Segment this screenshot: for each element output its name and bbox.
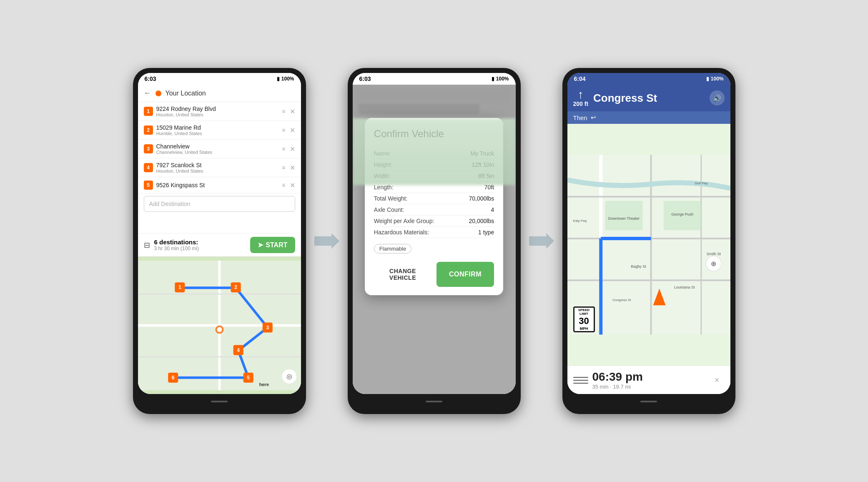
- field-value-hazmat: 1 type: [478, 229, 494, 236]
- svg-marker-23: [529, 233, 554, 249]
- filter-icon[interactable]: ⊟: [144, 241, 150, 250]
- svg-text:1: 1: [178, 284, 181, 290]
- route-sub-1: Houston, United States: [156, 112, 279, 117]
- menu-line-1: [573, 377, 588, 378]
- status-bar-3: 6:04 ▮ 100%: [567, 73, 730, 85]
- svg-text:◎: ◎: [286, 372, 292, 380]
- nav-street-name: Congress St: [593, 92, 704, 105]
- remove-icon-2[interactable]: ✕: [290, 126, 295, 134]
- drag-handle-icon-5[interactable]: ≡: [282, 182, 285, 188]
- phone-2: 6:03 ▮ 100% Confirm Vehicle: [348, 68, 521, 414]
- svg-text:here: here: [259, 382, 268, 387]
- menu-button[interactable]: [573, 373, 588, 388]
- your-location-label: Your Location: [166, 90, 206, 97]
- status-icons-1: ▮ 100%: [277, 76, 294, 82]
- screens-container: 6:03 ▮ 100% ← Your Location 1 9224 Rodne…: [133, 68, 735, 414]
- close-navigation-button[interactable]: ×: [710, 373, 725, 388]
- eta-time-value: 06:39 pm: [592, 370, 705, 384]
- remove-icon-5[interactable]: ✕: [290, 181, 295, 189]
- svg-marker-22: [314, 233, 339, 249]
- nav-distance: ↑ 200 ft: [573, 89, 589, 107]
- list-item: 4 7927 Scanlock St Houston, United State…: [138, 158, 301, 177]
- svg-text:4: 4: [237, 347, 240, 353]
- svg-text:Downtown Theater: Downtown Theater: [608, 216, 640, 221]
- route-number-2: 2: [144, 126, 153, 135]
- speed-limit-sign: SPEED LIMIT 30 MPH: [573, 306, 595, 332]
- route-actions-5: ≡ ✕: [282, 181, 295, 189]
- drag-handle-icon-3[interactable]: ≡: [282, 146, 285, 152]
- route-footer: ⊟ 6 destinations: 3 hr 30 min (100 mi) ➤…: [138, 233, 301, 256]
- speaker-icon: 🔊: [713, 94, 721, 102]
- arrow-connector-1: [310, 231, 344, 251]
- svg-text:5: 5: [247, 375, 250, 381]
- speed-limit-header: SPEED: [578, 308, 590, 312]
- confirm-button[interactable]: CONFIRM: [437, 262, 494, 287]
- battery-icon-2: ▮: [492, 76, 494, 82]
- menu-line-2: [573, 380, 588, 381]
- nav-map: Downtown Theater George Push Gulf Fwy Ka…: [567, 124, 730, 366]
- svg-text:2: 2: [234, 284, 237, 290]
- eta-text: 3 hr 30 min (100 mi): [154, 246, 246, 251]
- field-value-weight: 70,000lbs: [469, 195, 494, 202]
- battery-text-1: 100%: [281, 76, 294, 82]
- route-actions-4: ≡ ✕: [282, 164, 295, 172]
- route-number-3: 3: [144, 144, 153, 153]
- hazmat-tag-flammable: Flammable: [374, 244, 411, 254]
- home-indicator-1: [211, 401, 228, 402]
- speed-unit: MPH: [580, 326, 588, 331]
- menu-line-3: [573, 383, 588, 384]
- direction-arrow-icon: ↑: [578, 89, 584, 100]
- route-actions-2: ≡ ✕: [282, 126, 295, 134]
- svg-rect-35: [605, 201, 642, 230]
- battery-text-3: 100%: [711, 76, 724, 82]
- turn-icon: ↩: [591, 114, 596, 121]
- phone-bottom-2: [353, 394, 516, 409]
- status-time-3: 6:04: [574, 75, 586, 82]
- remove-icon-1[interactable]: ✕: [290, 108, 295, 115]
- vehicle-field-axle-weight: Weight per Axle Group: 20,000lbs: [374, 216, 494, 227]
- list-item: 5 9526 Kingspass St ≡ ✕: [138, 177, 301, 193]
- route-info-5: 9526 Kingspass St: [156, 182, 279, 188]
- route-info-4: 7927 Scanlock St Houston, United States: [156, 162, 279, 173]
- route-number-4: 4: [144, 163, 153, 172]
- route-sub-2: Humble, United States: [156, 131, 279, 136]
- svg-text:6: 6: [171, 375, 174, 381]
- phone2-content: Confirm Vehicle Name: My Truck Height: 1…: [353, 85, 516, 394]
- change-vehicle-button[interactable]: CHANGE VEHICLE: [374, 262, 431, 287]
- then-label: Then: [573, 114, 587, 121]
- route-header: ← Your Location: [138, 85, 301, 102]
- svg-text:Bagby St: Bagby St: [631, 264, 646, 269]
- speaker-button[interactable]: 🔊: [710, 90, 725, 105]
- speed-limit-subheader: LIMIT: [580, 312, 588, 316]
- status-bar-1: 6:03 ▮ 100%: [138, 73, 301, 85]
- route-info-1: 9224 Rodney Ray Blvd Houston, United Sta…: [156, 105, 279, 117]
- remove-icon-3[interactable]: ✕: [290, 145, 295, 153]
- route-number-5: 5: [144, 181, 153, 190]
- svg-text:⊕: ⊕: [711, 260, 716, 267]
- back-button[interactable]: ←: [144, 89, 151, 98]
- blurred-map: [353, 118, 516, 185]
- drag-handle-icon-4[interactable]: ≡: [282, 164, 285, 171]
- destinations-count: 6 destinations:: [154, 238, 246, 246]
- drag-handle-icon-1[interactable]: ≡: [282, 108, 285, 115]
- route-list: 1 9224 Rodney Ray Blvd Houston, United S…: [138, 102, 301, 233]
- route-map: 1 2 3 4 5 6 ◎: [138, 256, 301, 394]
- drag-handle-icon-2[interactable]: ≡: [282, 127, 285, 133]
- status-bar-2: 6:03 ▮ 100%: [353, 73, 516, 85]
- eta-details: 35 min · 19.7 mi: [592, 384, 705, 390]
- svg-text:3: 3: [266, 325, 269, 331]
- nav-distance-value: 200 ft: [573, 100, 589, 107]
- svg-text:Congress St: Congress St: [612, 298, 631, 302]
- nav-header: ↑ 200 ft Congress St 🔊: [567, 85, 730, 111]
- field-label-weight: Total Weight:: [374, 195, 408, 202]
- vehicle-field-weight: Total Weight: 70,000lbs: [374, 193, 494, 204]
- route-sub-4: Houston, United States: [156, 168, 279, 173]
- status-time-2: 6:03: [359, 75, 371, 82]
- navigation-arrow-icon: ➤: [258, 241, 263, 249]
- remove-icon-4[interactable]: ✕: [290, 164, 295, 172]
- phone-bottom-1: [138, 394, 301, 409]
- start-button[interactable]: ➤ START: [250, 237, 295, 253]
- add-destination-input[interactable]: Add Destination: [144, 196, 295, 212]
- route-info-3: Channelview Channelview, United States: [156, 143, 279, 155]
- field-value-axle: 4: [491, 206, 494, 213]
